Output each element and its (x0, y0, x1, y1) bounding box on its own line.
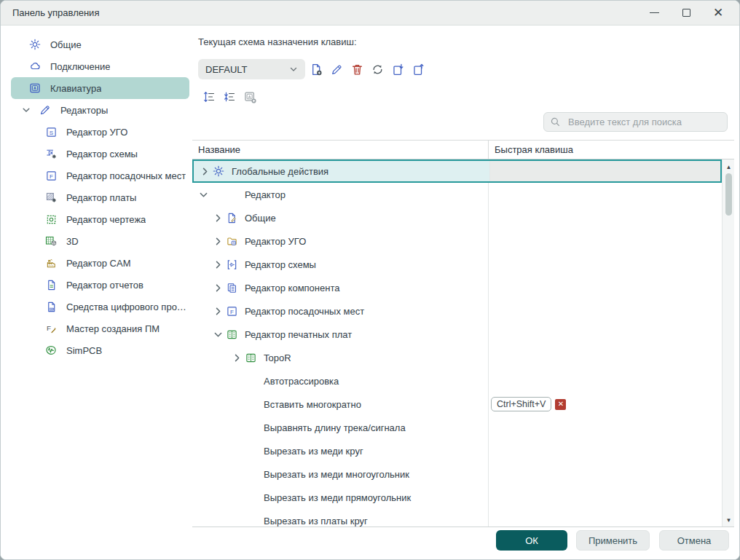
sidebar-item-general[interactable]: Общие (11, 33, 189, 55)
shortcut-cell[interactable] (489, 369, 722, 393)
table-row[interactable]: Вырезать из меди многоугольник (192, 462, 722, 486)
sidebar-item-label: Редактор платы (66, 192, 136, 203)
chevron-down-icon[interactable] (198, 190, 208, 200)
expand-all-button[interactable] (201, 89, 217, 105)
svg-text:F: F (50, 173, 53, 179)
shortcut-cell[interactable] (489, 183, 722, 206)
shortcut-cell[interactable] (489, 486, 722, 509)
edit-scheme-button[interactable] (327, 60, 346, 79)
sidebar-item-editors[interactable]: Редакторы (11, 99, 189, 121)
scheme-dropdown-value: DEFAULT (205, 64, 289, 75)
close-button[interactable]: ✕ (707, 4, 729, 23)
shortcut-cell[interactable] (489, 323, 722, 346)
table-row[interactable]: S Редактор УГО (192, 229, 722, 253)
shortcut-cell[interactable] (489, 346, 722, 369)
shortcut-cell[interactable] (490, 161, 720, 181)
sidebar-item-label: Средства цифрового прое... (66, 301, 189, 312)
sidebar-item-cam-editor[interactable]: Редактор CAM (11, 252, 189, 274)
row-label: Редактор (245, 189, 286, 200)
table-row[interactable]: Вырезать из меди прямоугольник (192, 486, 722, 509)
table-row[interactable]: Редактор (192, 183, 722, 206)
table-row[interactable]: Общие (192, 206, 722, 229)
sidebar-item-label: SimPCB (66, 345, 102, 356)
row-label: Вырезать из платы круг (264, 516, 368, 527)
table-row[interactable]: Глобальные действия (192, 159, 722, 183)
chevron-down-icon[interactable] (21, 106, 31, 114)
close-icon: ✕ (713, 7, 723, 19)
sidebar-item-keyboard[interactable]: Клавиатура (11, 77, 189, 99)
table-row[interactable]: Редактор компонента (192, 276, 722, 299)
table-row[interactable]: Автотрассировка (192, 369, 722, 393)
footer: ОК Применить Отмена (192, 530, 739, 551)
ok-button[interactable]: ОК (496, 530, 567, 551)
scroll-up-arrow-icon[interactable]: ▲ (723, 161, 734, 173)
shortcut-cell[interactable] (489, 276, 722, 299)
table-row[interactable]: Вырезать из платы круг (192, 509, 722, 527)
chevron-right-icon[interactable] (232, 353, 242, 363)
table-row[interactable]: TopoR (192, 346, 722, 369)
pcb-book-icon (223, 329, 240, 340)
add-shortcut-button[interactable] (242, 89, 258, 105)
delete-scheme-button[interactable] (347, 60, 366, 79)
chevron-right-icon[interactable] (213, 237, 223, 246)
scheme-label: Текущая схема назначения клавиш: (198, 36, 357, 47)
svg-text:HDL: HDL (49, 307, 54, 310)
sidebar-item-3d[interactable]: 3D (11, 230, 189, 252)
table-row[interactable]: Вставить многократно Ctrl+Shift+V ✕ (192, 393, 722, 416)
sidebar-item-drawing-editor[interactable]: Редактор чертежа (11, 208, 189, 230)
chevron-right-icon[interactable] (213, 213, 223, 223)
sidebar-item-simpcb[interactable]: SimPCB (11, 339, 189, 361)
refresh-button[interactable] (368, 60, 387, 79)
shortcut-cell[interactable] (489, 253, 722, 276)
sidebar-item-pm-wizard[interactable]: F Мастер создания ПМ (11, 318, 189, 339)
apply-button[interactable]: Применить (576, 530, 650, 551)
table-header: Название Быстрая клавиша (192, 140, 734, 159)
search-input[interactable] (567, 116, 721, 128)
chevron-right-icon[interactable] (213, 260, 223, 269)
import-scheme-button[interactable] (388, 60, 407, 79)
sidebar-item-hdl-tools[interactable]: HDL Средства цифрового прое... (11, 296, 189, 318)
chevron-right-icon[interactable] (213, 307, 223, 316)
minimize-button[interactable] (643, 4, 665, 23)
scrollbar-thumb[interactable] (725, 173, 732, 216)
sidebar-item-footprint-editor[interactable]: F Редактор посадочных мест (11, 165, 189, 186)
shortcut-value[interactable]: Ctrl+Shift+V (491, 397, 551, 411)
sidebar-item-symbol-editor[interactable]: S Редактор УГО (11, 121, 189, 143)
report-editor-icon (43, 280, 59, 291)
table-row[interactable]: Редактор печатных плат (192, 323, 722, 346)
shortcut-cell[interactable]: Ctrl+Shift+V ✕ (489, 393, 722, 416)
table-row[interactable]: Выравнять длину трека/сигнала (192, 416, 722, 439)
shortcut-cell[interactable] (489, 416, 722, 439)
chevron-right-icon[interactable] (200, 167, 210, 176)
keyboard-icon (27, 82, 43, 94)
shortcut-cell[interactable] (489, 462, 722, 486)
new-scheme-button[interactable] (307, 60, 326, 79)
maximize-button[interactable] (675, 4, 697, 23)
sidebar-item-connection[interactable]: Подключение (11, 55, 189, 77)
vertical-scrollbar[interactable]: ▲ ▼ (722, 159, 734, 527)
collapse-all-button[interactable] (221, 89, 237, 105)
table-row[interactable]: Редактор схемы (192, 253, 722, 276)
titlebar: Панель управления ✕ (1, 1, 739, 25)
shortcut-cell[interactable] (489, 229, 722, 253)
chevron-right-icon[interactable] (213, 283, 223, 293)
search-icon (550, 117, 561, 127)
shortcut-cell[interactable] (489, 509, 722, 527)
shortcut-cell[interactable] (489, 206, 722, 229)
shortcut-cell[interactable] (489, 299, 722, 323)
shortcut-cell[interactable] (489, 439, 722, 462)
scheme-dropdown[interactable]: DEFAULT (198, 59, 305, 79)
cancel-button[interactable]: Отмена (659, 530, 729, 551)
remove-shortcut-button[interactable]: ✕ (555, 399, 566, 410)
table-row[interactable]: Вырезать из меди круг (192, 439, 722, 462)
row-label: Редактор печатных плат (245, 329, 352, 340)
symbol-editor-icon: S (43, 127, 59, 138)
export-scheme-button[interactable] (409, 60, 428, 79)
sidebar-item-label: 3D (66, 236, 79, 247)
sidebar-item-schematic-editor[interactable]: Редактор схемы (11, 143, 189, 165)
sidebar-item-report-editor[interactable]: Редактор отчетов (11, 274, 189, 296)
table-row[interactable]: F Редактор посадочных мест (192, 299, 722, 323)
scroll-down-arrow-icon[interactable]: ▼ (723, 514, 734, 526)
sidebar-item-board-editor[interactable]: Редактор платы (11, 186, 189, 208)
chevron-down-icon[interactable] (213, 330, 223, 339)
